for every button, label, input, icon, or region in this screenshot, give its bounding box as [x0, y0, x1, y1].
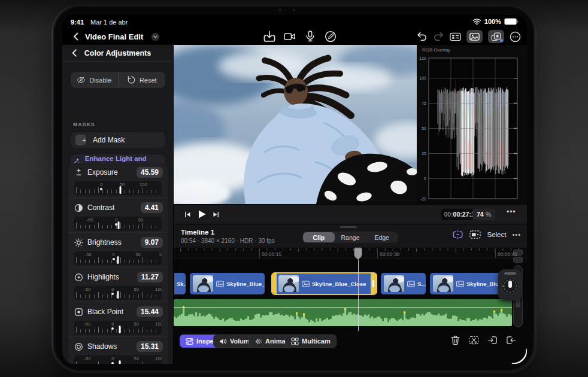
slider-ruler[interactable]: -50050100 — [74, 217, 162, 230]
record-voiceover-button[interactable] — [304, 31, 316, 42]
eye-slash-icon — [77, 75, 86, 84]
slider-value[interactable]: 11.27 — [137, 272, 163, 282]
inspector-panel-button[interactable] — [450, 31, 461, 42]
mode-clip[interactable]: Clip — [303, 232, 335, 242]
multicam-button[interactable]: Multicam — [285, 335, 337, 348]
jog-grip[interactable] — [504, 272, 516, 275]
slider-thumb[interactable] — [117, 221, 119, 229]
svg-text:100: 100 — [419, 76, 426, 80]
slider-tick-label: 50 — [134, 287, 138, 292]
status-date: Mar 1 de abr — [90, 19, 128, 26]
pencil-tools-button[interactable] — [325, 31, 337, 42]
svg-text:0: 0 — [424, 177, 426, 181]
panel-title: Color Adjustments — [62, 49, 173, 57]
redo-button[interactable] — [433, 31, 444, 42]
viewer-more-button[interactable]: ••• — [507, 208, 516, 216]
rgb-overlay-scope: RGB Overlay 1201007550250-20 — [417, 45, 527, 204]
timeline-clip[interactable]: Sk… — [174, 272, 186, 295]
import-media-button[interactable] — [263, 31, 275, 42]
timeline-ruler[interactable] — [174, 248, 527, 259]
trim-handle-left[interactable] — [272, 273, 277, 294]
camera-button[interactable] — [284, 31, 296, 42]
shadows-icon — [74, 342, 83, 351]
playhead-handle[interactable] — [354, 247, 362, 260]
video-viewer[interactable] — [174, 45, 417, 204]
project-title[interactable]: Video Final Edit — [85, 32, 143, 41]
media-browser-button[interactable] — [466, 30, 483, 43]
title-disclosure-icon[interactable] — [151, 32, 160, 41]
slider-ruler[interactable]: -50050100 — [74, 321, 162, 335]
color-adjustments-panel: Color Adjustments Disable Reset MASKS Ad… — [62, 45, 174, 364]
skip-back-button[interactable] — [184, 211, 192, 218]
slider-tick-label: 100 — [140, 182, 147, 187]
slider-thumb[interactable] — [117, 256, 119, 264]
add-mask-button[interactable]: Add Mask — [71, 132, 165, 148]
timeline-header: Timeline 1 00:54 · 3840 × 2160 · HDR · 3… — [174, 224, 527, 248]
slider-zero-dot — [113, 258, 115, 260]
track-height-control-lower[interactable] — [513, 257, 523, 263]
split-clip-button[interactable] — [469, 335, 479, 345]
timeline-more-button[interactable]: ••• — [512, 231, 521, 238]
slider-thumb[interactable] — [117, 291, 119, 299]
slider-thumb[interactable] — [119, 360, 120, 364]
slider-black-point: Black Point 15.44 -50050100 — [68, 302, 168, 336]
slider-value[interactable]: 45.59 — [137, 167, 163, 178]
ruler-tick — [377, 248, 378, 258]
wifi-icon — [472, 18, 481, 25]
timeline-clip[interactable]: Skyline_Blue_Wide — [189, 272, 265, 295]
reset-label: Reset — [140, 77, 157, 84]
slider-value[interactable]: 9.07 — [141, 237, 163, 248]
effects-browser-button[interactable] — [488, 30, 504, 43]
mode-range[interactable]: Range — [335, 232, 366, 242]
mode-edge[interactable]: Edge — [366, 232, 398, 242]
insert-after-button[interactable] — [506, 335, 516, 345]
status-time: 9:41 — [71, 19, 84, 26]
corner-page-curl[interactable] — [509, 346, 527, 364]
reset-button[interactable]: Reset — [119, 72, 166, 88]
slider-tick-label: 100 — [155, 356, 162, 361]
slider-label: Contrast — [87, 203, 137, 212]
panel-header: Color Adjustments — [62, 45, 173, 62]
disable-button[interactable]: Disable — [71, 72, 119, 88]
effects-badge — [500, 39, 503, 42]
back-button[interactable] — [71, 31, 81, 42]
svg-text:120: 120 — [419, 56, 426, 60]
slider-ruler[interactable]: -50050100 — [74, 355, 162, 364]
jog-wheel[interactable] — [498, 269, 522, 300]
ipad-device: 9:41 Mar 1 de abr 100% Video Final Edit — [53, 5, 535, 372]
trim-handle-right[interactable] — [371, 273, 376, 294]
connect-clips-button[interactable] — [452, 230, 463, 239]
slider-value[interactable]: 4.41 — [141, 202, 163, 213]
undo-button[interactable] — [416, 31, 428, 42]
jog-dial[interactable] — [498, 276, 522, 300]
bottom-toolbar: InspectVolumeAnimateMulticam — [174, 331, 527, 355]
more-options-button[interactable] — [510, 31, 521, 42]
slider-contrast: Contrast 4.41 -50050100 — [68, 197, 168, 232]
timeline-clip[interactable]: S… — [380, 272, 426, 295]
timeline-drag-handle[interactable] — [340, 226, 357, 228]
skip-forward-button[interactable] — [212, 211, 220, 218]
slider-label: Brightness — [87, 238, 137, 247]
play-button[interactable] — [196, 209, 207, 220]
clip-select-button[interactable] — [469, 230, 481, 239]
slider-value[interactable]: 15.31 — [137, 341, 163, 352]
slider-zero-dot — [111, 293, 114, 295]
svg-text:25: 25 — [422, 151, 426, 156]
slider-ruler[interactable]: -50050100 — [74, 286, 162, 300]
slider-value[interactable]: 15.44 — [137, 306, 163, 317]
playhead-line — [358, 259, 359, 331]
audio-track[interactable] — [174, 299, 512, 326]
slider-ruler[interactable]: 050100 — [74, 181, 162, 195]
select-tool-label[interactable]: Select — [487, 231, 506, 238]
slider-thumb[interactable] — [119, 326, 120, 333]
slider-shadows: Shadows 15.31 -50050100 — [68, 336, 168, 364]
slider-ruler[interactable]: -50050100 — [74, 251, 162, 265]
delete-clip-button[interactable] — [450, 335, 460, 345]
ruler-timestamp: 00:00:15 — [262, 251, 281, 257]
timeline-clip[interactable]: Skyline_Blue_Close — [271, 272, 377, 295]
slider-thumb[interactable] — [120, 186, 122, 194]
ruler-tick — [495, 248, 496, 258]
viewer-zoom-level[interactable]: 74% — [472, 209, 495, 220]
insert-before-button[interactable] — [487, 335, 498, 345]
clip-label: Sk… — [177, 281, 186, 287]
